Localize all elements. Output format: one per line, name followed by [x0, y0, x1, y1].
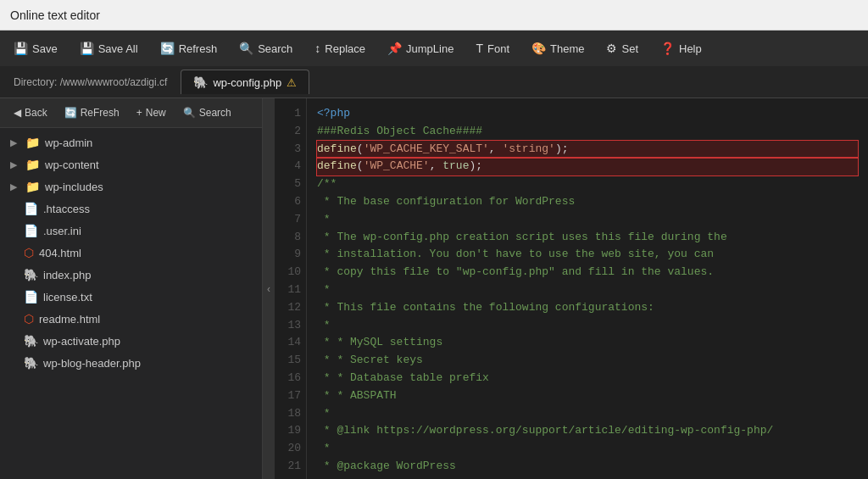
- code-line-18: * * ABSPATH: [317, 387, 858, 405]
- code-line-20: * @link https://wordpress.org/support/ar…: [317, 422, 858, 440]
- tab-bar: Directory: /www/wwwroot/azdigi.cf 🐘 wp-c…: [0, 66, 868, 98]
- help-button[interactable]: ❓ Help: [650, 36, 712, 60]
- sidebar-refresh-button[interactable]: 🔄 ReFresh: [58, 103, 126, 122]
- new-button[interactable]: + New: [130, 103, 173, 122]
- code-line-6: /**: [317, 175, 858, 193]
- chevron-right-icon: ▶: [10, 159, 20, 170]
- php-icon: 🐘: [24, 268, 38, 281]
- tree-item-user-ini[interactable]: 📄 .user.ini: [0, 220, 262, 242]
- tree-item-readme[interactable]: ⬡ readme.html: [0, 308, 262, 330]
- php-icon: 🐘: [24, 356, 38, 370]
- code-line-11: * copy this file to "wp-config.php" and …: [317, 264, 858, 281]
- folder-icon: 📁: [25, 136, 40, 149]
- directory-label: Directory: /www/wwwroot/azdigi.cf: [7, 76, 174, 88]
- replace-button[interactable]: ↕ Replace: [304, 36, 376, 60]
- jumpline-button[interactable]: 📌 JumpLine: [377, 36, 464, 60]
- html-icon: ⬡: [24, 246, 34, 259]
- editor: 123456789101112131415161718192021222324 …: [275, 98, 868, 479]
- code-line-16: * * Secret keys: [317, 352, 858, 370]
- back-icon: ◀: [14, 107, 21, 119]
- tree-item-htaccess[interactable]: 📄 .htaccess: [0, 198, 262, 220]
- file-icon: 📄: [24, 290, 38, 304]
- sidebar-collapse-handle[interactable]: ‹: [263, 98, 275, 479]
- sidebar-refresh-icon: 🔄: [64, 107, 77, 119]
- chevron-right-icon: ▶: [10, 181, 20, 192]
- tree-item-wp-blog-header[interactable]: 🐘 wp-blog-header.php: [0, 352, 262, 374]
- font-icon: T: [476, 42, 483, 55]
- code-line-8: *: [317, 211, 858, 229]
- code-line-4: define('WP_CACHE', true);: [317, 158, 858, 175]
- tree-item-license[interactable]: 📄 license.txt: [0, 286, 262, 308]
- tree-item-wp-admin[interactable]: ▶ 📁 wp-admin: [0, 131, 262, 153]
- save-all-button[interactable]: 💾 Save All: [70, 36, 148, 60]
- php-icon: 🐘: [24, 334, 38, 348]
- jumpline-icon: 📌: [387, 42, 402, 55]
- tab-warning-icon: ⚠: [287, 76, 297, 89]
- sidebar: ◀ Back 🔄 ReFresh + New 🔍 Search ▶ 📁 wp-a…: [0, 98, 263, 479]
- code-line-9: * The wp-config.php creation script uses…: [317, 229, 858, 247]
- save-button[interactable]: 💾 Save: [3, 36, 68, 60]
- main-layout: ◀ Back 🔄 ReFresh + New 🔍 Search ▶ 📁 wp-a…: [0, 98, 868, 479]
- tree-item-404[interactable]: ⬡ 404.html: [0, 242, 262, 264]
- code-area[interactable]: 123456789101112131415161718192021222324 …: [275, 98, 868, 479]
- help-icon: ❓: [660, 42, 675, 55]
- tree-item-wp-activate[interactable]: 🐘 wp-activate.php: [0, 330, 262, 352]
- code-line-21: *: [317, 440, 858, 458]
- tree-item-index-php[interactable]: 🐘 index.php: [0, 264, 262, 286]
- code-line-15: * * MySQL settings: [317, 334, 858, 352]
- refresh-icon: 🔄: [160, 42, 175, 55]
- chevron-left-icon: ‹: [267, 283, 270, 295]
- code-line-2: ###Redis Object Cache####: [317, 123, 858, 141]
- file-icon: 📄: [24, 224, 38, 237]
- replace-icon: ↕: [314, 42, 320, 55]
- search-icon: 🔍: [239, 42, 253, 55]
- sidebar-search-button[interactable]: 🔍 Search: [176, 103, 238, 122]
- code-line-19: *: [317, 405, 858, 423]
- search-button[interactable]: 🔍 Search: [229, 36, 303, 60]
- line-numbers: 123456789101112131415161718192021222324: [275, 98, 307, 479]
- sidebar-search-icon: 🔍: [183, 107, 196, 119]
- file-tree: ▶ 📁 wp-admin ▶ 📁 wp-content ▶ 📁 wp-inclu…: [0, 128, 262, 479]
- code-line-10: * installation. You don't have to use th…: [317, 246, 858, 264]
- code-line-13: * This file contains the following confi…: [317, 299, 858, 317]
- code-line-1: <?php: [317, 105, 858, 123]
- code-line-3: define('WP_CACHE_KEY_SALT', 'string');: [317, 141, 858, 159]
- sidebar-toolbar: ◀ Back 🔄 ReFresh + New 🔍 Search: [0, 98, 262, 128]
- chevron-right-icon: ▶: [10, 137, 20, 148]
- code-line-7: * The base configuration for WordPress: [317, 193, 858, 211]
- toolbar: 💾 Save 💾 Save All 🔄 Refresh 🔍 Search ↕ R…: [0, 31, 868, 66]
- html-icon: ⬡: [24, 312, 34, 326]
- set-button[interactable]: ⚙ Set: [596, 36, 648, 60]
- new-icon: +: [136, 107, 142, 119]
- file-icon: 📄: [24, 202, 38, 215]
- theme-button[interactable]: 🎨 Theme: [521, 36, 594, 60]
- tree-item-wp-includes[interactable]: ▶ 📁 wp-includes: [0, 175, 262, 198]
- tree-item-wp-content[interactable]: ▶ 📁 wp-content: [0, 153, 262, 175]
- code-content[interactable]: <?php###Redis Object Cache####define('WP…: [307, 98, 868, 479]
- code-line-17: * * Database table prefix: [317, 370, 858, 387]
- font-button[interactable]: T Font: [465, 36, 520, 60]
- code-line-22: * @package WordPress: [317, 458, 858, 476]
- title-bar: Online text editor: [0, 0, 868, 31]
- code-line-12: *: [317, 281, 858, 299]
- folder-icon: 📁: [25, 180, 40, 193]
- save-all-icon: 💾: [80, 42, 94, 55]
- active-tab[interactable]: 🐘 wp-config.php ⚠: [181, 70, 309, 94]
- tab-filename: wp-config.php: [213, 76, 281, 89]
- save-icon: 💾: [14, 42, 28, 55]
- back-button[interactable]: ◀ Back: [7, 103, 54, 122]
- folder-icon: 📁: [25, 158, 40, 171]
- app-title: Online text editor: [10, 8, 100, 22]
- refresh-button[interactable]: 🔄 Refresh: [150, 36, 228, 60]
- theme-icon: 🎨: [531, 42, 546, 55]
- code-line-23: */: [317, 476, 858, 479]
- code-line-14: *: [317, 317, 858, 335]
- set-icon: ⚙: [606, 42, 617, 55]
- php-tab-icon: 🐘: [193, 75, 208, 89]
